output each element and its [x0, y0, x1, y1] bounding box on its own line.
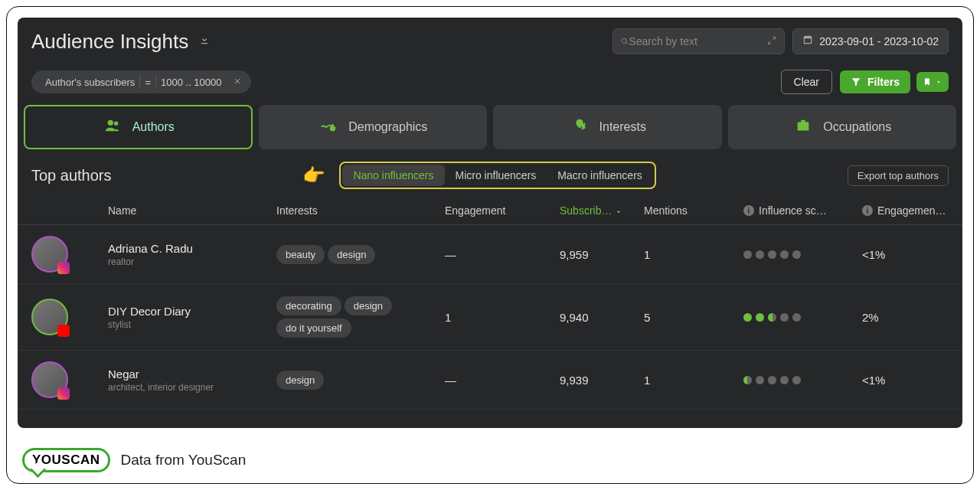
interest-tag[interactable]: design [276, 371, 324, 390]
influence-dot [768, 313, 776, 322]
funnel-icon [851, 77, 861, 87]
author-subtitle: stylist [108, 319, 276, 330]
tab-interests[interactable]: Interests [493, 105, 722, 149]
author-subtitle: architect, interior designer [108, 382, 276, 393]
expand-icon[interactable] [767, 34, 776, 48]
demographics-icon [318, 117, 339, 137]
table-row[interactable]: DIY Decor Diary stylist decoratingdesign… [18, 284, 962, 351]
interests-cell: decoratingdesigndo it yourself [276, 295, 445, 339]
avatar[interactable] [31, 236, 68, 273]
date-range-text: 2023-09-01 - 2023-10-02 [819, 35, 939, 47]
occupations-icon [792, 117, 814, 137]
tab-demographics-label: Demographics [348, 120, 427, 134]
platform-badge-ig [57, 387, 70, 400]
footer-text: Data from YouScan [121, 452, 247, 469]
influence-dot [756, 313, 764, 322]
page-title: Audience Insights [31, 30, 188, 54]
calendar-icon [802, 34, 813, 48]
table-row[interactable]: Negar architect, interior designer desig… [18, 351, 962, 410]
avatar[interactable] [31, 361, 68, 398]
search-input-container[interactable] [612, 28, 785, 54]
interest-tag[interactable]: design [345, 296, 392, 315]
avatar[interactable] [31, 299, 68, 335]
bookmark-dropdown-button[interactable] [916, 72, 949, 92]
seg-micro-button[interactable]: Micro influencers [445, 165, 547, 186]
authors-icon [102, 117, 123, 137]
svg-point-1 [114, 122, 119, 126]
table-header: Name Interests Engagement Subscrib… Ment… [18, 198, 962, 225]
author-name: Negar [108, 368, 276, 381]
interest-tag[interactable]: do it yourself [276, 318, 351, 338]
influence-dot [756, 376, 764, 384]
engagement-cell: 1 [445, 311, 560, 324]
influence-dot [743, 250, 752, 259]
mentions-cell: 1 [644, 248, 743, 261]
tab-authors[interactable]: Authors [24, 105, 253, 149]
platform-badge-yt [57, 325, 70, 337]
influence-dot [780, 313, 789, 322]
chip-op: = [140, 77, 155, 88]
influence-dot [780, 250, 789, 259]
filters-button-label: Filters [867, 76, 900, 88]
info-icon: i [862, 205, 873, 216]
seg-nano-button[interactable]: Nano influencers [342, 165, 444, 186]
influence-cell [743, 250, 862, 259]
chevron-down-icon [935, 78, 942, 86]
engagement-cell: — [445, 374, 560, 387]
download-icon[interactable] [199, 34, 210, 48]
col-subscribers[interactable]: Subscrib… [560, 204, 644, 217]
seg-macro-button[interactable]: Macro influencers [547, 165, 653, 186]
platform-badge-ig [57, 262, 70, 274]
col-engagement[interactable]: Engagement [445, 204, 560, 217]
influence-dot [792, 250, 801, 259]
col-interests[interactable]: Interests [276, 204, 445, 217]
influence-dot [743, 313, 752, 322]
filter-chip-subscribers[interactable]: Author's subscribers = 1000 .. 10000 [31, 70, 251, 93]
engagement-rate-cell: <1% [862, 374, 962, 387]
interest-tag[interactable]: decorating [276, 296, 341, 315]
svg-point-2 [331, 126, 335, 131]
author-subtitle: realtor [108, 256, 276, 267]
engagement-cell: — [445, 248, 560, 261]
influencer-segment-group: Nano influencers Micro influencers Macro… [339, 162, 655, 189]
date-range-picker[interactable]: 2023-09-01 - 2023-10-02 [792, 28, 949, 54]
subscribers-cell: 9,939 [560, 374, 644, 387]
bookmark-icon [923, 77, 932, 87]
author-name: Adriana C. Radu [108, 242, 276, 255]
influence-cell [743, 313, 862, 322]
chip-value: 1000 .. 10000 [156, 77, 227, 88]
influence-dot [768, 376, 776, 384]
influence-dot [792, 376, 801, 384]
col-engagement-rate[interactable]: iEngagemen… [862, 204, 962, 217]
pointer-emoji: 👉 [302, 165, 325, 186]
col-mentions[interactable]: Mentions [644, 204, 743, 217]
influence-dot [756, 250, 764, 259]
author-name: DIY Decor Diary [108, 305, 276, 318]
subscribers-cell: 9,959 [560, 248, 644, 261]
chip-label: Author's subscribers [41, 77, 139, 88]
interests-cell: design [276, 369, 445, 391]
tab-interests-label: Interests [599, 120, 646, 134]
tab-demographics[interactable]: Demographics [259, 105, 488, 149]
interest-tag[interactable]: design [328, 245, 375, 264]
mentions-cell: 1 [644, 374, 743, 387]
interests-cell: beautydesign [276, 243, 445, 266]
section-title: Top authors [31, 167, 112, 185]
engagement-rate-cell: <1% [862, 248, 962, 261]
search-icon [621, 36, 629, 47]
col-influence[interactable]: iInfluence sc… [743, 204, 862, 217]
clear-button[interactable]: Clear [781, 70, 832, 94]
interests-icon [569, 117, 590, 137]
export-button[interactable]: Export top authors [848, 165, 949, 186]
search-input[interactable] [629, 35, 763, 47]
col-name[interactable]: Name [108, 204, 276, 217]
filters-button[interactable]: Filters [840, 70, 910, 93]
influence-cell [743, 376, 862, 384]
table-row[interactable]: Adriana C. Radu realtor beautydesign — 9… [18, 225, 962, 284]
tab-authors-label: Authors [132, 120, 175, 134]
influence-dot [780, 376, 789, 384]
interest-tag[interactable]: beauty [276, 245, 325, 264]
chip-remove-icon[interactable] [233, 77, 242, 88]
tab-occupations[interactable]: Occupations [728, 105, 957, 149]
influence-dot [768, 250, 776, 259]
